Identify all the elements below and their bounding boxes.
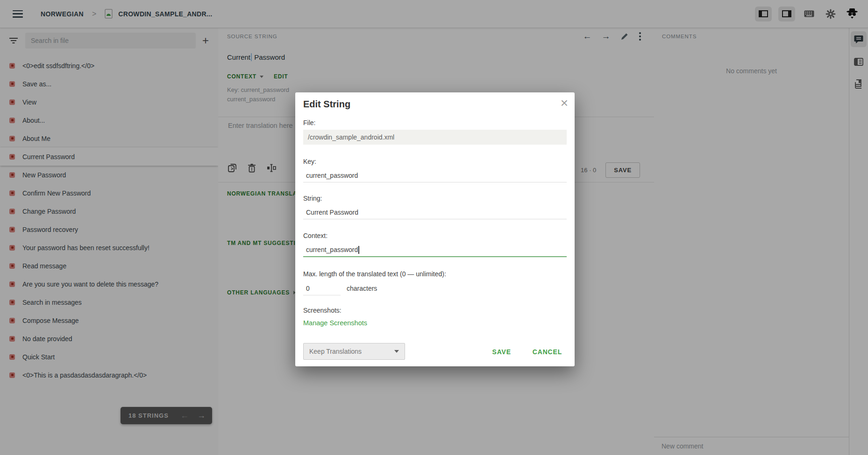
close-icon[interactable]: ×: [561, 95, 568, 111]
key-input[interactable]: [303, 169, 567, 182]
context-input[interactable]: current_password: [303, 243, 567, 257]
modal-title: Edit String: [303, 99, 350, 110]
string-label: String:: [303, 195, 322, 202]
string-input[interactable]: [303, 206, 567, 219]
modal-cancel-button[interactable]: CANCEL: [528, 344, 567, 359]
keep-translations-select[interactable]: Keep Translations: [303, 343, 405, 360]
manage-screenshots-link[interactable]: Manage Screenshots: [303, 319, 367, 327]
context-label: Context:: [303, 232, 327, 239]
file-value: /crowdin_sample_android.xml: [303, 130, 567, 145]
keep-translations-value: Keep Translations: [309, 348, 362, 355]
maxlen-label: Max. length of the translated text (0 — …: [303, 270, 446, 278]
modal-save-button[interactable]: SAVE: [488, 344, 516, 359]
edit-string-modal: Edit String × File: /crowdin_sample_andr…: [295, 92, 575, 366]
key-label: Key:: [303, 158, 316, 165]
chevron-down-icon: [394, 350, 399, 353]
file-label: File:: [303, 119, 315, 126]
maxlen-unit: characters: [347, 285, 377, 292]
crowdin-editor: NORWEGIAN > CROWDIN_SAMPLE_ANDR...: [0, 0, 868, 455]
screenshots-label: Screenshots:: [303, 307, 342, 314]
text-cursor: [358, 246, 359, 254]
maxlen-input[interactable]: [303, 282, 341, 295]
